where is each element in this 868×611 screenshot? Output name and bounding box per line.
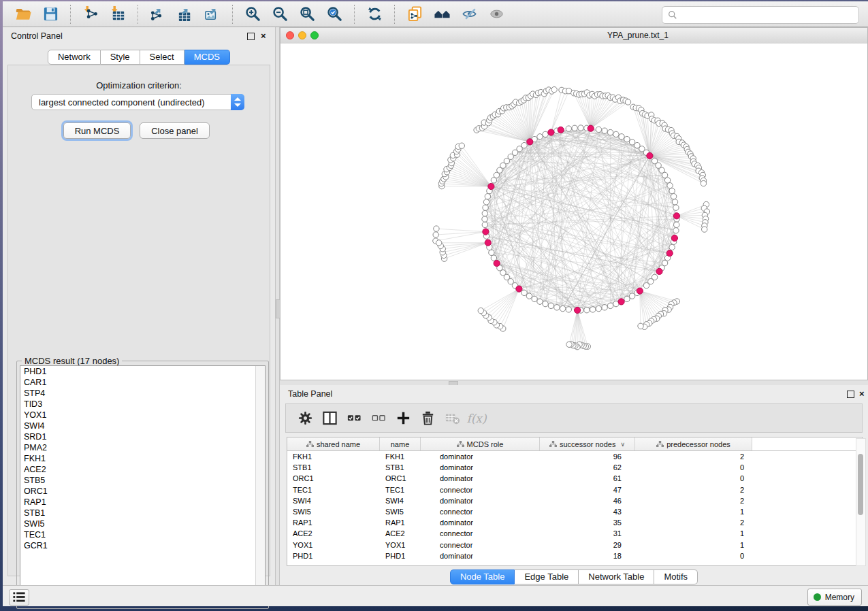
- network-node[interactable]: [483, 199, 489, 205]
- mcds-dominator-node[interactable]: [527, 139, 533, 145]
- network-node[interactable]: [674, 222, 679, 227]
- search-input[interactable]: [677, 10, 858, 20]
- float-panel-icon[interactable]: [847, 391, 854, 398]
- close-window-icon[interactable]: [286, 31, 294, 39]
- network-node[interactable]: [624, 296, 630, 301]
- mcds-result-item[interactable]: STB1: [20, 508, 265, 518]
- mcds-dominator-node[interactable]: [488, 183, 494, 189]
- network-node[interactable]: [701, 180, 706, 186]
- tab-style[interactable]: Style: [101, 50, 140, 65]
- network-node[interactable]: [491, 255, 496, 261]
- select-all-checkbox-button[interactable]: [342, 407, 366, 430]
- cell[interactable]: PHD1: [380, 552, 421, 560]
- network-node[interactable]: [613, 131, 619, 137]
- cell[interactable]: dominator: [421, 474, 540, 482]
- cell[interactable]: dominator: [421, 452, 540, 461]
- cell[interactable]: connector: [421, 486, 540, 494]
- delete-column-button[interactable]: [415, 407, 440, 430]
- network-node[interactable]: [572, 125, 577, 131]
- search-box[interactable]: [662, 6, 859, 24]
- cell[interactable]: 1: [635, 541, 752, 549]
- cell[interactable]: dominator: [421, 552, 540, 560]
- mcds-result-item[interactable]: GCR1: [20, 540, 265, 551]
- column-header-MCDS-role[interactable]: MCDS role: [421, 437, 540, 450]
- cell[interactable]: dominator: [421, 463, 540, 472]
- zoom-selected-button[interactable]: [323, 4, 346, 24]
- maximize-window-icon[interactable]: [310, 31, 319, 39]
- cell[interactable]: 0: [635, 463, 752, 472]
- mcds-dominator-node[interactable]: [666, 250, 673, 257]
- scrollbar-thumb[interactable]: [858, 454, 863, 515]
- column-header-predecessor-nodes[interactable]: predecessor nodes: [635, 437, 752, 450]
- cell[interactable]: TEC1: [287, 486, 380, 494]
- cell[interactable]: 1: [635, 529, 752, 538]
- cell[interactable]: 31: [540, 529, 635, 538]
- network-node[interactable]: [629, 139, 634, 145]
- network-node[interactable]: [483, 205, 488, 210]
- network-node[interactable]: [478, 308, 483, 313]
- network-node[interactable]: [459, 143, 464, 148]
- zoom-fit-button[interactable]: [295, 4, 319, 24]
- cell[interactable]: 96: [540, 452, 635, 461]
- network-node[interactable]: [482, 222, 487, 227]
- mcds-result-item[interactable]: YOX1: [20, 410, 265, 420]
- network-node[interactable]: [602, 305, 607, 310]
- cell[interactable]: SWI5: [380, 508, 421, 516]
- network-node[interactable]: [532, 296, 537, 301]
- network-node[interactable]: [566, 342, 572, 347]
- network-node[interactable]: [671, 194, 676, 199]
- open-button[interactable]: [12, 4, 35, 24]
- table-row[interactable]: RAP1RAP1dominator352: [287, 517, 862, 528]
- cell[interactable]: YOX1: [287, 541, 380, 549]
- import-table-button[interactable]: [106, 4, 129, 24]
- cell[interactable]: ACE2: [380, 529, 421, 538]
- network-node[interactable]: [619, 134, 624, 139]
- vertical-splitter[interactable]: [275, 27, 280, 587]
- network-node[interactable]: [669, 244, 675, 250]
- network-node[interactable]: [537, 134, 543, 139]
- mcds-dominator-node[interactable]: [647, 152, 653, 159]
- hide-selected-button[interactable]: [457, 4, 481, 24]
- new-network-from-selection-button[interactable]: [403, 4, 426, 24]
- tab-node-table[interactable]: Node Table: [450, 569, 515, 584]
- mcds-result-item[interactable]: STP4: [20, 388, 265, 399]
- network-node[interactable]: [590, 307, 596, 312]
- network-node[interactable]: [624, 136, 630, 142]
- network-node[interactable]: [596, 127, 601, 132]
- cell[interactable]: 18: [540, 552, 635, 560]
- network-node[interactable]: [667, 183, 673, 188]
- cell[interactable]: connector: [421, 541, 540, 549]
- cell[interactable]: 2: [635, 452, 752, 461]
- network-node[interactable]: [521, 290, 527, 295]
- cell[interactable]: 1: [635, 508, 752, 516]
- mcds-dominator-node[interactable]: [671, 235, 677, 241]
- network-titlebar[interactable]: YPA_prune.txt_1: [280, 28, 867, 44]
- cell[interactable]: dominator: [421, 497, 540, 505]
- mcds-dominator-node[interactable]: [494, 260, 500, 266]
- network-node[interactable]: [434, 226, 439, 231]
- network-node[interactable]: [485, 194, 490, 199]
- network-node[interactable]: [596, 306, 601, 311]
- network-node[interactable]: [537, 299, 543, 304]
- cell[interactable]: 2: [635, 497, 752, 505]
- mcds-list-scrollbar[interactable]: [255, 366, 265, 605]
- network-node[interactable]: [560, 306, 565, 311]
- cell[interactable]: 2: [635, 518, 752, 527]
- tab-network[interactable]: Network: [48, 50, 101, 65]
- mcds-result-item[interactable]: FKH1: [20, 453, 265, 464]
- cell[interactable]: SWI4: [287, 497, 380, 505]
- cell[interactable]: 0: [635, 474, 752, 482]
- cell[interactable]: 61: [540, 474, 635, 482]
- network-node[interactable]: [489, 250, 494, 255]
- network-node[interactable]: [566, 307, 571, 312]
- mcds-dominator-node[interactable]: [485, 240, 491, 246]
- mcds-result-item[interactable]: PMA2: [20, 442, 265, 453]
- mcds-dominator-node[interactable]: [548, 129, 554, 135]
- column-header-name[interactable]: name: [380, 437, 421, 450]
- mcds-dominator-node[interactable]: [516, 286, 522, 292]
- table-row[interactable]: SWI4SWI4dominator462: [287, 495, 862, 506]
- zoom-out-button[interactable]: [268, 4, 291, 24]
- network-node[interactable]: [543, 301, 548, 306]
- deselect-all-checkbox-button[interactable]: [366, 407, 391, 430]
- criterion-dropdown[interactable]: largest connected component (undirected): [31, 94, 244, 110]
